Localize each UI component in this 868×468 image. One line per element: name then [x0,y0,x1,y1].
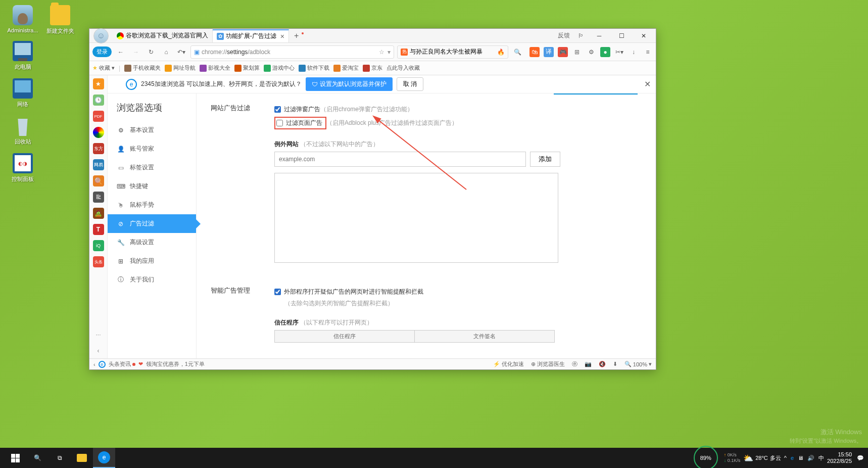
bookmark-phone[interactable]: 手机收藏夹 [124,64,161,72]
nav-about[interactable]: ⓘ关于我们 [108,270,196,289]
nav-reload[interactable]: ↻ [145,46,157,58]
strip-pdf[interactable]: PDF [93,111,104,122]
promo-cancel-button[interactable]: 取 消 [397,77,423,91]
strip-game2[interactable]: 🧟 [93,208,104,219]
desktop-icon-administrator[interactable]: Administra... [5,5,40,33]
bookmark-software[interactable]: 软件下载 [299,64,329,72]
tray-chevron[interactable]: ^ [784,455,787,461]
set-default-button[interactable]: 设置为默认浏览器并保护 [306,77,393,91]
strip-dragon[interactable]: 龍 [93,192,104,203]
heart-icon[interactable]: ❤ [138,361,143,367]
status-download[interactable]: ⬇ [613,361,617,367]
taskbar-clock[interactable]: 15:50 2022/8/25 [827,451,852,464]
scissors-icon[interactable]: ✂▾ [614,47,624,57]
nav-back[interactable]: ← [115,46,127,58]
taskbar-browser[interactable]: e [93,448,115,468]
status-mute[interactable]: 🔇 [599,361,606,367]
desktop-icon-recycle[interactable]: 回收站 [5,116,40,146]
strip-collapse[interactable]: ‹ [93,345,104,356]
checkbox-popup-filter[interactable] [274,106,281,113]
nav-home[interactable]: ⌂ [160,46,172,58]
taskbar-search[interactable]: 🔍 [26,448,49,468]
nav-tab-settings[interactable]: ▭标签设置 [108,158,196,177]
checkbox-smart-block[interactable] [274,289,281,295]
nav-history[interactable]: ↶▾ [175,46,187,58]
tray-notifications[interactable]: 💬 [857,455,864,461]
tray-volume[interactable]: 🔊 [807,455,814,461]
apps-icon[interactable]: ⊞ [572,47,582,57]
window-minimize[interactable]: ─ [589,29,609,43]
bookmark-game[interactable]: 游戏中心 [264,64,295,72]
status-ie-mode[interactable]: ⓔ [572,360,577,368]
desktop-icon-newfolder[interactable]: 新建文件夹 [42,5,78,35]
taskbar-explorer[interactable] [71,448,93,468]
desktop-icon-network[interactable]: 网络 [5,78,40,108]
bookmark-taobao[interactable]: 爱淘宝 [333,64,359,72]
favorites-menu[interactable]: ★收藏▾ [92,64,115,72]
notification-icon[interactable]: 🏳 [575,30,587,41]
game-icon[interactable]: 🎮 [558,47,568,57]
taskbar-taskview[interactable]: ⧉ [49,448,71,468]
start-button[interactable] [4,448,26,468]
desktop-icon-controlpanel[interactable]: 控制面板 [5,153,40,183]
checkbox-page-filter[interactable] [276,120,283,126]
tray-e-icon[interactable]: e [791,455,794,461]
battery-widget[interactable]: 89% [694,446,718,468]
status-toutiao[interactable]: 头条资讯 [109,360,135,368]
bookmark-ju[interactable]: 聚划算 [234,64,260,72]
bookmark-video[interactable]: 影视大全 [200,64,230,72]
strip-clock[interactable]: 🕒 [93,95,104,106]
strip-favorites[interactable]: ★ [93,78,104,89]
weather-widget[interactable]: 28°C 多云 [743,453,781,463]
status-collapse[interactable]: ‹ [93,361,95,367]
gear-icon[interactable]: ⚙ [586,47,596,57]
search-button[interactable]: 🔍 [511,46,523,58]
feedback-button[interactable]: 反馈 [555,29,573,42]
nav-ad-filter[interactable]: ⊘广告过滤 [108,214,196,233]
nav-my-apps[interactable]: ⊞我的应用 [108,252,196,270]
strip-iqiyi[interactable]: iQ [93,240,104,251]
star-icon[interactable]: ☆ [379,49,384,56]
status-doctor[interactable]: ⊕浏览器医生 [531,360,565,368]
excluded-site-input[interactable] [274,152,526,167]
strip-east[interactable]: 东方 [93,143,104,154]
shopping-icon[interactable]: 🛍 [529,47,540,57]
strip-game1[interactable]: 🍭 [93,175,104,186]
profile-avatar-button[interactable] [93,28,109,43]
nav-basic-settings[interactable]: ⚙基本设置 [108,121,196,139]
status-taobao[interactable]: 领淘宝优惠券，1元下单 [146,360,205,368]
download-icon[interactable]: ↓ [629,47,639,57]
promo-close-button[interactable]: ✕ [644,79,651,89]
nav-mouse-gestures[interactable]: 🖱鼠标手势 [108,196,196,214]
excluded-sites-list[interactable] [274,173,558,263]
bookmark-jd[interactable]: 京东 [363,64,382,72]
strip-more[interactable]: ··· [93,329,104,340]
hot-search[interactable]: 热 与孙正良同名大学生被网暴 🔥 [397,45,508,59]
tray-ime[interactable]: 中 [818,454,824,462]
strip-chrome[interactable] [93,127,104,138]
status-screenshot[interactable]: 📷 [585,361,592,367]
translate-icon[interactable]: 译 [544,47,554,57]
bookmark-import[interactable]: 点此导入收藏 [387,64,420,72]
status-optimize[interactable]: ⚡优化加速 [493,360,524,368]
menu-icon[interactable]: ≡ [643,47,653,57]
login-button[interactable]: 登录 [92,46,112,57]
status-zoom[interactable]: 🔍 100% ▾ [624,361,652,367]
tab-close-button[interactable]: × [280,32,284,40]
window-close[interactable]: ✕ [634,29,654,43]
netspeed-widget[interactable]: 0K/s 0.1K/s [724,452,741,463]
bookmark-nav[interactable]: 网址导航 [165,64,196,72]
green-app-icon[interactable]: ● [600,47,610,57]
strip-netease[interactable]: 网易 [93,159,104,170]
strip-t[interactable]: T [93,224,104,235]
nav-shortcuts[interactable]: ⌨快捷键 [108,177,196,196]
nav-advanced[interactable]: 🔧高级设置 [108,233,196,252]
new-tab-button[interactable]: + [289,31,304,40]
tray-network[interactable]: 🖥 [798,455,803,461]
url-input[interactable]: ▣ chrome://settings/adblock ☆▾ [190,45,394,59]
window-maximize[interactable]: ☐ [611,29,632,43]
desktop-icon-thispc[interactable]: 此电脑 [5,41,40,71]
tab-chrome-download[interactable]: 谷歌浏览器下载_浏览器官网入 [113,29,213,42]
add-site-button[interactable]: 添加 [530,152,560,167]
strip-toutiao[interactable]: 头条 [93,256,104,267]
